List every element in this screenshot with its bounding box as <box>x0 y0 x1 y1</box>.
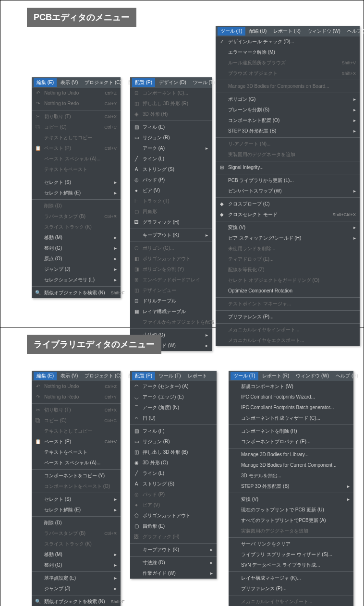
menu-bar-item[interactable]: 編集 (E) <box>34 78 57 87</box>
menu-item[interactable]: すべてのフットプリントでPCB更新 (A) <box>229 515 353 526</box>
menu-item[interactable]: ▧フィル (F) <box>130 426 217 436</box>
menu-item[interactable]: 削除 (D) <box>32 201 121 211</box>
menu-item[interactable]: ↶Nothing to UndoCtrl+Z <box>32 88 121 98</box>
menu-bar-item[interactable]: ウィンドウ (W) <box>304 27 343 36</box>
menu-item[interactable]: ピン/パートスワップ (W)▸ <box>216 186 360 196</box>
menu-item[interactable]: 🔍類似オブジェクトを検索 (N)Shift+F <box>32 596 121 606</box>
menu-item[interactable]: ⬡ポリゴン (G)... <box>130 243 212 254</box>
menu-item[interactable]: ◫デザインビュー <box>130 285 212 296</box>
menu-item[interactable]: ◨ポリゴンを分割 (Y) <box>130 264 212 275</box>
menu-item[interactable]: ⿻コピー (C)Ctrl+C <box>32 415 121 426</box>
menu-item[interactable]: Manage 3D Bodies for Components on Board… <box>216 81 360 92</box>
menu-bar-item[interactable]: 表示 (V) <box>58 372 81 380</box>
menu-bar-item[interactable]: 表示 (V) <box>58 78 81 87</box>
menu-item[interactable]: 実装図用のデジグネータを追加 <box>229 526 353 536</box>
menu-item[interactable]: 未使用ランドを削除... <box>216 243 360 254</box>
menu-item[interactable]: 🔍類似オブジェクトを検索 (N)Shift+F <box>32 288 121 298</box>
menu-item[interactable]: プレーンを分割 (S)▸ <box>216 105 360 115</box>
menu-item[interactable]: ティアドロップ (E)... <box>216 254 360 265</box>
menu-item[interactable]: プリファレンス (P)... <box>229 583 353 594</box>
menu-item[interactable]: Aストリング (S) <box>130 164 212 175</box>
menu-item[interactable]: コンポーネント作成ウィザード (C)... <box>229 413 353 424</box>
menu-item[interactable]: コンポーネントを削除 (R) <box>229 426 353 436</box>
menu-item[interactable]: メカニカルレイヤをインポート... <box>229 596 353 606</box>
menu-item[interactable]: ラバースタンプ (B)Ctrl+R <box>32 211 121 222</box>
menu-item[interactable]: ◉3D 外形 (O) <box>130 458 217 468</box>
menu-item[interactable]: ◆クロスセレクト モードShift+Ctrl+X <box>216 209 360 220</box>
menu-bar-item[interactable]: ツール (T) <box>156 372 184 380</box>
menu-item[interactable]: 変換 (V)▸ <box>216 222 360 233</box>
menu-item[interactable]: プリファレンス (P)... <box>216 312 360 322</box>
menu-item[interactable]: ⿻コピー (C)Ctrl+C <box>32 122 121 133</box>
menu-item[interactable]: ↷Nothing to RedoCtrl+Y <box>32 392 121 402</box>
menu-item[interactable]: ⊞エンベデッドボードアレイ <box>130 275 212 285</box>
menu-item[interactable]: 📋ペースト (P)Ctrl+V <box>32 143 121 154</box>
menu-item[interactable]: IPC Compliant Footprints Batch generator… <box>229 402 353 413</box>
menu-item[interactable]: ◎パッド (P) <box>130 489 217 500</box>
menu-item[interactable]: ◉3D 外形 (H) <box>130 109 212 120</box>
menu-item[interactable]: SVN データベース ライブラリ作成... <box>229 560 353 570</box>
menu-item[interactable]: ⬠ポリゴンカットアウト <box>130 510 217 521</box>
menu-bar-item[interactable]: ヘルプ (H) <box>333 372 361 380</box>
menu-item[interactable]: セレクト (S)▸ <box>32 177 121 188</box>
menu-item[interactable]: セレクト解除 (E)▸ <box>32 505 121 515</box>
menu-bar-item[interactable]: ウィンドウ (W) <box>293 372 332 380</box>
menu-item[interactable]: セレクションメモリ (L)▸ <box>32 275 121 285</box>
menu-item[interactable]: ▦レイヤ構成テーブル <box>130 306 212 317</box>
menu-item[interactable]: 整列 (G)▸ <box>32 560 121 570</box>
menu-item[interactable]: ポリゴン (G)▸ <box>216 94 360 105</box>
menu-item[interactable]: ◧ポリゴンカットアウト <box>130 254 212 264</box>
menu-item[interactable]: ⊡ドリルテーブル <box>130 296 212 306</box>
menu-item[interactable]: 移動 (M)▸ <box>32 549 121 560</box>
menu-item[interactable]: コンポーネント配置 (O)▸ <box>216 115 360 126</box>
menu-item[interactable]: ╱ライン (L) <box>130 468 217 479</box>
menu-item[interactable]: アーク (A)▸ <box>130 143 212 154</box>
menu-item[interactable]: 基準点設定 (E)▸ <box>32 573 121 583</box>
menu-item[interactable]: 変換 (V)▸ <box>229 494 353 505</box>
menu-item[interactable]: エラーマーク解除 (M) <box>216 47 360 58</box>
menu-item[interactable]: PCB ライブラリから更新 (L)... <box>216 175 360 186</box>
menu-item[interactable]: ◆クロスプローブ (C) <box>216 199 360 209</box>
menu-item[interactable]: テキストとしてコピー <box>32 426 121 436</box>
menu-item[interactable]: ↶Nothing to UndoCtrl+Z <box>32 381 121 392</box>
menu-item[interactable]: Manage 3D Bodies for Library... <box>229 449 353 460</box>
menu-item[interactable]: コンポーネントをコピー (Y) <box>32 471 121 481</box>
menu-bar-item[interactable]: レポート <box>185 372 210 380</box>
menu-item[interactable]: ⌒アーク (角度) (N) <box>130 402 217 413</box>
menu-item[interactable]: ▧フィル (E) <box>130 122 212 133</box>
menu-item[interactable]: スライス トラック (K) <box>32 539 121 549</box>
menu-item[interactable]: ▢四角形 <box>130 206 212 217</box>
menu-item[interactable]: テキストとしてコピー <box>32 133 121 143</box>
menu-item[interactable]: ペースト スペシャル (A)... <box>32 458 121 468</box>
menu-item[interactable]: 現在のフットプリントで PCB 更新 (U) <box>229 505 353 515</box>
menu-item[interactable]: ペースト スペシャル (A)... <box>32 154 121 164</box>
menu-item[interactable]: 原点 (O)▸ <box>32 254 121 264</box>
menu-item[interactable]: 🖼グラフィック (H) <box>130 532 217 542</box>
menu-item[interactable]: 実装図用のデジグネータを追加 <box>216 149 360 160</box>
menu-item[interactable]: ◫押し出し 3D 外形 (B) <box>130 447 217 458</box>
menu-item[interactable]: ✂切り取り (T)Ctrl+X <box>32 111 121 122</box>
menu-item[interactable]: コンポーネントプロパティ (E)... <box>229 436 353 447</box>
menu-item[interactable]: 3D モデルを抽出... <box>229 471 353 481</box>
menu-item[interactable]: 削除 (D) <box>32 518 121 528</box>
menu-item[interactable]: ビア スティッチング/シールド (H)▸ <box>216 233 360 243</box>
menu-item[interactable]: ラバースタンプ (B)Ctrl+R <box>32 528 121 539</box>
menu-item[interactable]: ◡アーク (エッジ) (E) <box>130 392 217 402</box>
menu-item[interactable]: 配線を等長化 (Z) <box>216 265 360 275</box>
menu-bar-item[interactable]: ツール (T) <box>190 78 218 87</box>
menu-item[interactable]: Manage 3D Bodies for Current Component..… <box>229 460 353 471</box>
menu-item[interactable]: ▢四角形 (E) <box>130 521 217 532</box>
menu-item[interactable]: Optimize Component Rotation <box>216 286 360 296</box>
menu-item[interactable]: IPC Compliant Footprints Wizard... <box>229 392 353 402</box>
menu-item[interactable]: ライブラリ スプリッター ウィザード (S)... <box>229 549 353 560</box>
menu-item[interactable]: ○円 (U) <box>130 413 217 424</box>
menu-item[interactable]: リ-アノテート (N)... <box>216 139 360 149</box>
menu-bar-item[interactable]: レポート (R) <box>270 27 303 36</box>
menu-item[interactable]: ジャンプ (J)▸ <box>32 583 121 594</box>
menu-bar-item[interactable]: 配置 (P) <box>132 372 155 380</box>
menu-bar-item[interactable]: 配置 (P) <box>132 78 155 87</box>
menu-item[interactable]: ファイルからオブジェクトを配置 <box>130 317 212 327</box>
menu-item[interactable]: サーバ リンクをクリア <box>229 539 353 549</box>
menu-bar-item[interactable]: 編集 (E) <box>34 372 57 380</box>
menu-item[interactable]: テストポイント マネージャ... <box>216 299 360 309</box>
